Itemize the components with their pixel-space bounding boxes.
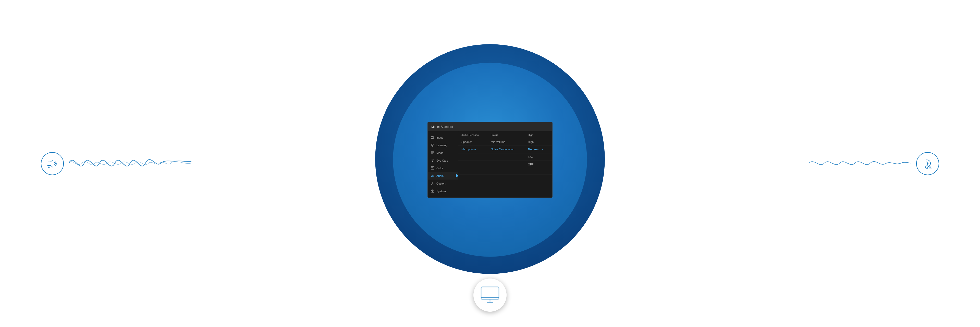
nav-item-custom[interactable]: Custom	[428, 179, 458, 187]
wave-left	[69, 148, 191, 179]
nav-item-learning[interactable]: Learning	[428, 141, 458, 149]
svg-point-16	[431, 152, 432, 153]
osd-panel: Mode: Standard Input Learning	[428, 122, 552, 198]
svg-rect-23	[431, 167, 433, 168]
cell-noise-cancellation[interactable]: Noise Cancellation	[488, 145, 525, 153]
nav-item-mode[interactable]: Mode	[428, 149, 458, 156]
ear-icon	[921, 157, 934, 170]
svg-rect-9	[431, 136, 434, 138]
table-row: OFF	[458, 161, 552, 168]
speaker-icon-container	[41, 152, 64, 175]
custom-icon	[431, 182, 434, 185]
cell-empty-6	[488, 168, 525, 174]
table-row: Speaker Mic Volume High	[458, 138, 552, 145]
cell-empty-1	[458, 153, 488, 161]
nav-item-eyecare[interactable]: Eye Care	[428, 156, 458, 164]
nav-label-audio: Audio	[436, 174, 444, 177]
nav-item-audio[interactable]: Audio	[428, 172, 458, 179]
svg-point-26	[432, 190, 433, 191]
speaker-icon	[46, 157, 59, 170]
input-icon	[431, 136, 434, 139]
system-icon	[431, 189, 434, 193]
cell-empty-7	[525, 168, 552, 174]
checkmark-icon: ✓	[541, 148, 544, 151]
audio-table: Audio Scenario Status High Speaker Mic V…	[458, 131, 552, 174]
monitor-icon	[480, 286, 500, 305]
selected-option-label: Medium	[528, 148, 539, 151]
osd-body: Input Learning	[428, 131, 552, 197]
svg-line-8	[931, 168, 932, 169]
wave-right	[809, 153, 911, 174]
nav-label-system: System	[436, 190, 446, 193]
table-row	[458, 168, 552, 174]
nav-label-mode: Mode	[436, 151, 444, 154]
svg-line-1	[54, 162, 56, 164]
nav-item-color[interactable]: Color	[428, 164, 458, 172]
nav-item-system[interactable]: System	[428, 187, 458, 195]
col-header-2: Status	[488, 131, 525, 138]
audio-icon	[431, 174, 434, 177]
svg-line-2	[54, 164, 56, 165]
svg-point-15	[433, 152, 434, 152]
cell-option-medium[interactable]: Medium ✓	[525, 145, 552, 153]
cell-option-high[interactable]: High	[525, 138, 552, 145]
cell-empty-5	[458, 168, 488, 174]
nav-label-custom: Custom	[436, 182, 446, 185]
svg-point-21	[432, 160, 433, 161]
ear-icon-container	[916, 152, 939, 175]
osd-title: Mode: Standard	[431, 125, 453, 128]
col-header-1: Audio Scenario	[458, 131, 488, 138]
table-row: Microphone Noise Cancellation Medium ✓	[458, 145, 552, 153]
cell-empty-4	[488, 161, 525, 168]
cell-speaker[interactable]: Speaker	[458, 138, 488, 145]
cell-empty-3	[458, 161, 488, 168]
cell-option-low[interactable]: Low	[525, 153, 552, 161]
svg-marker-0	[48, 160, 53, 167]
osd-content: Audio Scenario Status High Speaker Mic V…	[458, 131, 552, 197]
nav-label-color: Color	[436, 166, 443, 169]
mode-icon	[431, 151, 434, 155]
svg-point-19	[431, 153, 432, 154]
svg-point-12	[432, 145, 433, 145]
cell-empty-2	[488, 153, 525, 161]
nav-label-eyecare: Eye Care	[436, 159, 448, 162]
svg-point-17	[432, 152, 433, 153]
osd-titlebar: Mode: Standard	[428, 122, 552, 131]
monitor-icon-container	[473, 279, 507, 312]
nav-label-learning: Learning	[436, 144, 447, 147]
color-icon	[431, 166, 434, 170]
learning-icon	[431, 143, 434, 147]
svg-rect-24	[431, 175, 432, 176]
table-row: Low	[458, 153, 552, 161]
svg-point-18	[433, 152, 434, 153]
nav-item-input[interactable]: Input	[428, 134, 458, 141]
cell-option-off[interactable]: OFF	[525, 161, 552, 168]
col-header-3: High	[525, 131, 552, 138]
svg-point-25	[432, 182, 433, 183]
nav-label-input: Input	[436, 136, 442, 139]
cell-microphone[interactable]: Microphone	[458, 145, 488, 153]
svg-line-5	[48, 166, 48, 167]
cell-mic-volume: Mic Volume	[488, 138, 525, 145]
svg-point-20	[432, 153, 433, 154]
osd-nav: Input Learning	[428, 131, 458, 197]
svg-point-14	[432, 152, 433, 152]
nav-arrow	[456, 174, 458, 178]
svg-point-13	[431, 152, 432, 152]
eyecare-icon	[431, 158, 434, 162]
